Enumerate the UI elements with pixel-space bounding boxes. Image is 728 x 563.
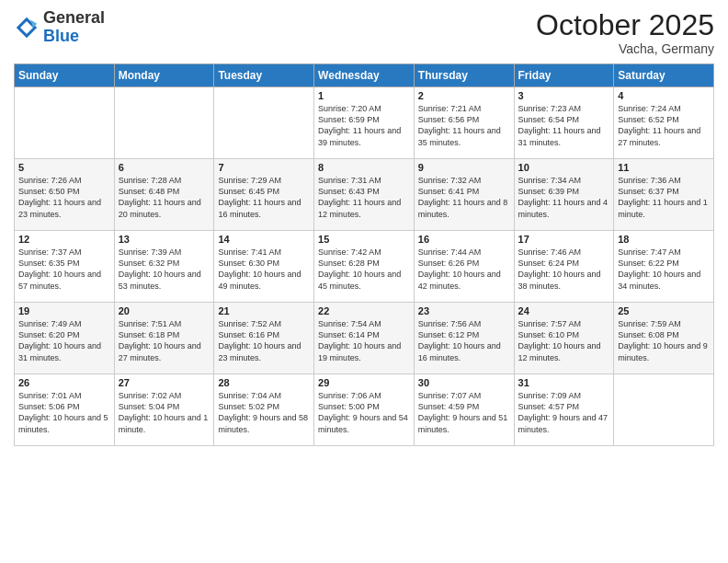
day-number: 18 [618,234,710,245]
calendar-day-cell: 18Sunrise: 7:47 AM Sunset: 6:22 PM Dayli… [614,231,714,303]
calendar-day-cell: 25Sunrise: 7:59 AM Sunset: 6:08 PM Dayli… [614,303,714,374]
calendar-day-cell: 8Sunrise: 7:31 AM Sunset: 6:43 PM Daylig… [314,159,415,231]
calendar-day-cell: 29Sunrise: 7:06 AM Sunset: 5:00 PM Dayli… [314,374,415,446]
day-info: Sunrise: 7:54 AM Sunset: 6:14 PM Dayligh… [318,318,410,363]
day-number: 15 [318,234,410,245]
dow-header-cell: Monday [114,64,214,87]
location: Vacha, Germany [536,41,714,56]
calendar-day-cell [214,87,314,159]
calendar-day-cell: 24Sunrise: 7:57 AM Sunset: 6:10 PM Dayli… [514,303,614,374]
calendar-day-cell: 7Sunrise: 7:29 AM Sunset: 6:45 PM Daylig… [214,159,314,231]
calendar-day-cell: 28Sunrise: 7:04 AM Sunset: 5:02 PM Dayli… [214,374,314,446]
calendar-day-cell [114,87,214,159]
day-number: 2 [418,90,510,101]
day-number: 6 [119,162,210,173]
day-number: 25 [618,305,710,316]
logo: General Blue [14,9,105,46]
day-number: 17 [518,234,610,245]
day-info: Sunrise: 7:04 AM Sunset: 5:02 PM Dayligh… [218,390,310,435]
calendar-day-cell: 11Sunrise: 7:36 AM Sunset: 6:37 PM Dayli… [614,159,714,231]
day-info: Sunrise: 7:39 AM Sunset: 6:32 PM Dayligh… [119,247,210,292]
day-info: Sunrise: 7:24 AM Sunset: 6:52 PM Dayligh… [618,103,710,148]
day-number: 28 [218,377,310,388]
calendar-day-cell: 27Sunrise: 7:02 AM Sunset: 5:04 PM Dayli… [114,374,214,446]
day-number: 16 [418,234,510,245]
calendar-day-cell: 12Sunrise: 7:37 AM Sunset: 6:35 PM Dayli… [15,231,115,303]
day-info: Sunrise: 7:57 AM Sunset: 6:10 PM Dayligh… [518,318,610,363]
dow-header-cell: Friday [514,64,614,87]
calendar-day-cell [614,374,714,446]
calendar-day-cell: 9Sunrise: 7:32 AM Sunset: 6:41 PM Daylig… [414,159,514,231]
calendar-day-cell: 10Sunrise: 7:34 AM Sunset: 6:39 PM Dayli… [514,159,614,231]
calendar-day-cell: 26Sunrise: 7:01 AM Sunset: 5:06 PM Dayli… [15,374,115,446]
dow-header-cell: Sunday [15,64,115,87]
day-info: Sunrise: 7:23 AM Sunset: 6:54 PM Dayligh… [518,103,610,148]
day-info: Sunrise: 7:28 AM Sunset: 6:48 PM Dayligh… [119,175,210,220]
calendar-day-cell [15,87,115,159]
calendar-day-cell: 22Sunrise: 7:54 AM Sunset: 6:14 PM Dayli… [314,303,415,374]
calendar-day-cell: 15Sunrise: 7:42 AM Sunset: 6:28 PM Dayli… [314,231,415,303]
day-number: 9 [418,162,510,173]
title-block: October 2025 Vacha, Germany [536,9,714,56]
day-info: Sunrise: 7:06 AM Sunset: 5:00 PM Dayligh… [318,390,410,435]
day-info: Sunrise: 7:09 AM Sunset: 4:57 PM Dayligh… [518,390,610,435]
logo-icon [14,15,40,40]
calendar-week-row: 26Sunrise: 7:01 AM Sunset: 5:06 PM Dayli… [15,374,714,446]
dow-header-cell: Saturday [614,64,714,87]
day-number: 20 [119,305,210,316]
day-info: Sunrise: 7:07 AM Sunset: 4:59 PM Dayligh… [418,390,510,435]
day-number: 8 [318,162,410,173]
calendar-day-cell: 1Sunrise: 7:20 AM Sunset: 6:59 PM Daylig… [314,87,415,159]
calendar-day-cell: 13Sunrise: 7:39 AM Sunset: 6:32 PM Dayli… [114,231,214,303]
day-number: 7 [218,162,310,173]
day-number: 19 [18,305,110,316]
day-number: 13 [119,234,210,245]
day-number: 27 [119,377,210,388]
day-number: 11 [618,162,710,173]
calendar-day-cell: 2Sunrise: 7:21 AM Sunset: 6:56 PM Daylig… [414,87,514,159]
calendar-day-cell: 4Sunrise: 7:24 AM Sunset: 6:52 PM Daylig… [614,87,714,159]
calendar-week-row: 12Sunrise: 7:37 AM Sunset: 6:35 PM Dayli… [15,231,714,303]
day-info: Sunrise: 7:44 AM Sunset: 6:26 PM Dayligh… [418,247,510,292]
dow-header-cell: Tuesday [214,64,314,87]
calendar-day-cell: 17Sunrise: 7:46 AM Sunset: 6:24 PM Dayli… [514,231,614,303]
day-info: Sunrise: 7:31 AM Sunset: 6:43 PM Dayligh… [318,175,410,220]
calendar-week-row: 1Sunrise: 7:20 AM Sunset: 6:59 PM Daylig… [15,87,714,159]
day-info: Sunrise: 7:41 AM Sunset: 6:30 PM Dayligh… [218,247,310,292]
day-info: Sunrise: 7:51 AM Sunset: 6:18 PM Dayligh… [119,318,210,363]
calendar-week-row: 5Sunrise: 7:26 AM Sunset: 6:50 PM Daylig… [15,159,714,231]
day-info: Sunrise: 7:29 AM Sunset: 6:45 PM Dayligh… [218,175,310,220]
day-number: 30 [418,377,510,388]
calendar-day-cell: 5Sunrise: 7:26 AM Sunset: 6:50 PM Daylig… [15,159,115,231]
day-info: Sunrise: 7:36 AM Sunset: 6:37 PM Dayligh… [618,175,710,220]
day-number: 12 [18,234,110,245]
day-info: Sunrise: 7:32 AM Sunset: 6:41 PM Dayligh… [418,175,510,220]
day-info: Sunrise: 7:42 AM Sunset: 6:28 PM Dayligh… [318,247,410,292]
header: General Blue October 2025 Vacha, Germany [14,9,714,56]
calendar-day-cell: 30Sunrise: 7:07 AM Sunset: 4:59 PM Dayli… [414,374,514,446]
logo-text: General Blue [43,9,105,46]
dow-header-cell: Thursday [414,64,514,87]
day-info: Sunrise: 7:26 AM Sunset: 6:50 PM Dayligh… [18,175,110,220]
calendar-day-cell: 16Sunrise: 7:44 AM Sunset: 6:26 PM Dayli… [414,231,514,303]
calendar-day-cell: 23Sunrise: 7:56 AM Sunset: 6:12 PM Dayli… [414,303,514,374]
day-info: Sunrise: 7:47 AM Sunset: 6:22 PM Dayligh… [618,247,710,292]
day-number: 29 [318,377,410,388]
day-number: 3 [518,90,610,101]
calendar-week-row: 19Sunrise: 7:49 AM Sunset: 6:20 PM Dayli… [15,303,714,374]
month-title: October 2025 [536,9,714,41]
day-number: 10 [518,162,610,173]
day-info: Sunrise: 7:02 AM Sunset: 5:04 PM Dayligh… [119,390,210,435]
day-info: Sunrise: 7:34 AM Sunset: 6:39 PM Dayligh… [518,175,610,220]
day-info: Sunrise: 7:56 AM Sunset: 6:12 PM Dayligh… [418,318,510,363]
day-number: 23 [418,305,510,316]
day-number: 1 [318,90,410,101]
day-number: 21 [218,305,310,316]
day-number: 24 [518,305,610,316]
day-info: Sunrise: 7:21 AM Sunset: 6:56 PM Dayligh… [418,103,510,148]
calendar-day-cell: 20Sunrise: 7:51 AM Sunset: 6:18 PM Dayli… [114,303,214,374]
calendar: SundayMondayTuesdayWednesdayThursdayFrid… [14,63,714,446]
dow-header-cell: Wednesday [314,64,415,87]
day-number: 5 [18,162,110,173]
calendar-day-cell: 31Sunrise: 7:09 AM Sunset: 4:57 PM Dayli… [514,374,614,446]
